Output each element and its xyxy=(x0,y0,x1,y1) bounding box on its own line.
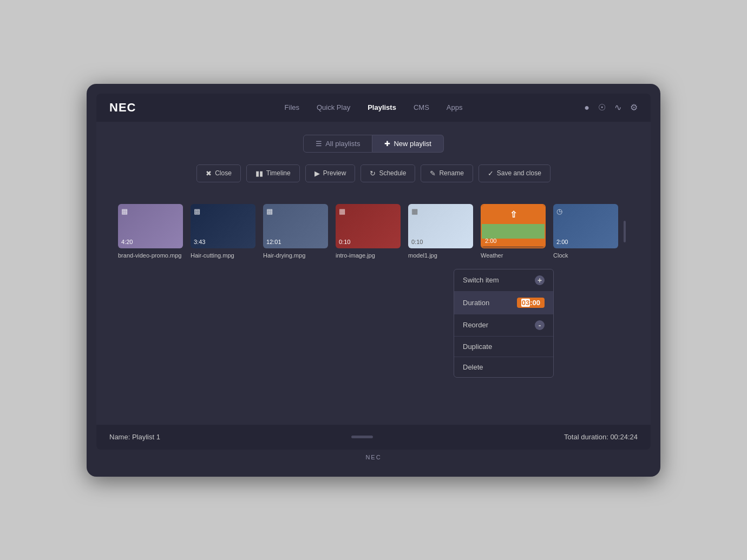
scrollbar[interactable] xyxy=(624,221,626,242)
video-icon-1: ▩ xyxy=(121,207,128,215)
tv-stand: NEC xyxy=(96,454,651,460)
thumb-weather: ⇧ 2:00 xyxy=(481,204,546,248)
new-playlist-tab[interactable]: ✚ New playlist xyxy=(372,135,443,153)
timeline-button[interactable]: ▮▮ Timeline xyxy=(246,164,300,182)
duration-weather: 2:00 xyxy=(485,238,496,244)
all-playlists-tab[interactable]: ☰ All playlists xyxy=(303,135,372,153)
thumb-5: ▦ 0:10 xyxy=(408,204,473,248)
preview-button[interactable]: ▶ Preview xyxy=(305,164,356,182)
context-menu: Switch item + Duration 03:00 Reorder - xyxy=(454,269,554,378)
media-card-5[interactable]: ▦ 0:10 model1.jpg xyxy=(408,204,473,259)
label-1: brand-video-promo.mpg xyxy=(118,252,183,259)
nav-bar: NEC Files Quick Play Playlists CMS Apps … xyxy=(96,94,651,122)
video-icon-3: ▩ xyxy=(266,207,273,215)
media-row: ▩ 4:20 brand-video-promo.mpg ▩ 3:43 Hair… xyxy=(118,199,629,265)
media-card-3[interactable]: ▩ 12:01 Hair-drying.mpg xyxy=(263,204,328,259)
total-duration: Total duration: 00:24:24 xyxy=(564,433,638,441)
tv-display: NEC Files Quick Play Playlists CMS Apps … xyxy=(87,84,660,477)
reorder-icon: - xyxy=(535,320,545,330)
thumb-2: ▩ 3:43 xyxy=(191,204,255,248)
image-icon-5: ▦ xyxy=(411,207,418,215)
thumb-3: ▩ 12:01 xyxy=(263,204,328,248)
duration-separator: :00 xyxy=(530,299,540,307)
nav-links: Files Quick Play Playlists CMS Apps xyxy=(285,103,463,111)
duration-value[interactable]: 03:00 xyxy=(517,298,545,308)
arrow-up-icon: ⇧ xyxy=(510,209,517,220)
thumb-clock: ◷ 2:00 xyxy=(553,204,618,248)
stand-brand-label: NEC xyxy=(365,454,381,460)
label-clock: Clock xyxy=(553,252,618,259)
close-icon: ✖ xyxy=(206,169,212,177)
timeline-icon: ▮▮ xyxy=(255,169,263,177)
thumb-4: ▦ 0:10 xyxy=(336,204,401,248)
playlist-tabs: ☰ All playlists ✚ New playlist xyxy=(118,135,629,153)
duration-4: 0:10 xyxy=(339,239,350,245)
toolbar: ✖ Close ▮▮ Timeline ▶ Preview ↻ Schedule… xyxy=(118,164,629,182)
list-icon: ☰ xyxy=(316,140,322,148)
duration-5: 0:10 xyxy=(411,239,423,245)
duration-clock: 2:00 xyxy=(556,239,568,245)
media-card-2[interactable]: ▩ 3:43 Hair-cutting.mpg xyxy=(191,204,255,259)
play-icon: ▶ xyxy=(314,169,320,177)
label-2: Hair-cutting.mpg xyxy=(191,252,255,259)
label-3: Hair-drying.mpg xyxy=(263,252,328,259)
playlist-name: Name: Playlist 1 xyxy=(109,433,160,441)
user-icon[interactable]: ● xyxy=(584,103,589,113)
ctx-reorder[interactable]: Reorder - xyxy=(454,314,553,337)
media-card-1[interactable]: ▩ 4:20 brand-video-promo.mpg xyxy=(118,204,183,259)
plus-circle-icon: ✚ xyxy=(384,140,390,148)
ctx-switch-item[interactable]: Switch item + xyxy=(454,269,553,292)
label-5: model1.jpg xyxy=(408,252,473,259)
close-button[interactable]: ✖ Close xyxy=(196,164,241,182)
image-icon-4: ▦ xyxy=(339,207,345,215)
save-close-button[interactable]: ✓ Save and close xyxy=(479,164,551,182)
duration-3: 12:01 xyxy=(266,239,281,245)
nav-playlists[interactable]: Playlists xyxy=(368,103,396,111)
media-card-4[interactable]: ▦ 0:10 intro-image.jpg xyxy=(336,204,401,259)
ctx-duration[interactable]: Duration 03:00 xyxy=(454,292,553,314)
scroll-handle[interactable] xyxy=(351,436,373,438)
nav-quickplay[interactable]: Quick Play xyxy=(317,103,350,111)
brand-logo: NEC xyxy=(109,101,136,115)
clock-icon: ◷ xyxy=(556,207,562,215)
bottom-bar: Name: Playlist 1 Total duration: 00:24:2… xyxy=(96,425,651,450)
globe-icon[interactable]: ☉ xyxy=(598,102,606,113)
nav-cms[interactable]: CMS xyxy=(414,103,429,111)
schedule-icon: ↻ xyxy=(370,169,376,177)
label-4: intro-image.jpg xyxy=(336,252,401,259)
nav-icons: ● ☉ ∿ ⚙ xyxy=(584,102,638,113)
duration-1: 4:20 xyxy=(121,239,133,245)
duration-hours: 03 xyxy=(521,299,530,307)
settings-icon[interactable]: ⚙ xyxy=(630,102,638,113)
thumb-1: ▩ 4:20 xyxy=(118,204,183,248)
media-card-weather[interactable]: ⇧ 2:00 Weather xyxy=(481,204,546,259)
nav-apps[interactable]: Apps xyxy=(447,103,463,111)
rename-button[interactable]: ✎ Rename xyxy=(421,164,473,182)
main-content: ☰ All playlists ✚ New playlist ✖ Close ▮… xyxy=(96,122,651,425)
media-card-clock[interactable]: ◷ 2:00 Clock xyxy=(553,204,618,259)
schedule-button[interactable]: ↻ Schedule xyxy=(361,164,415,182)
switch-item-icon: + xyxy=(535,275,545,285)
checkmark-icon: ✓ xyxy=(488,169,494,177)
tv-screen: NEC Files Quick Play Playlists CMS Apps … xyxy=(96,94,651,450)
ctx-duplicate[interactable]: Duplicate xyxy=(454,337,553,357)
ctx-delete[interactable]: Delete xyxy=(454,357,553,377)
duration-2: 3:43 xyxy=(194,239,205,245)
nav-files[interactable]: Files xyxy=(285,103,299,111)
label-weather: Weather xyxy=(481,252,546,259)
video-icon-2: ▩ xyxy=(194,207,200,215)
pencil-icon: ✎ xyxy=(430,169,436,177)
wifi-icon[interactable]: ∿ xyxy=(614,102,621,113)
